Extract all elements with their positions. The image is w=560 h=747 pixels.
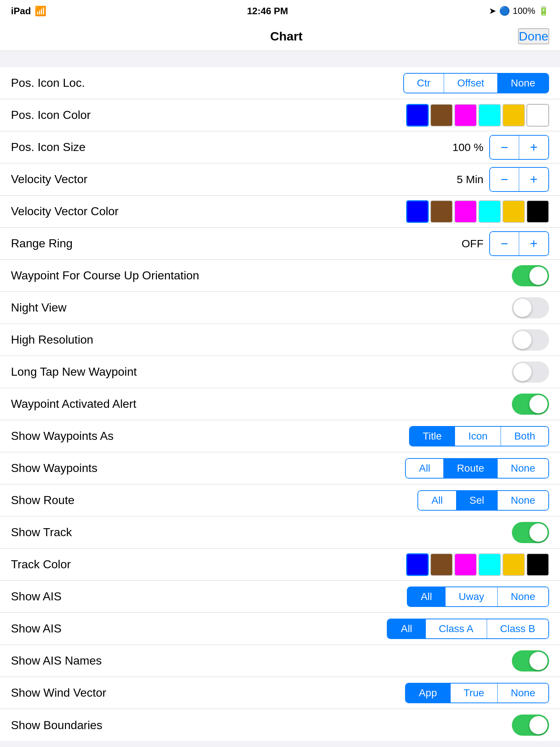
seg-btn-pos-icon-loc-1[interactable]: Offset [444, 74, 498, 93]
section-gap [0, 51, 560, 67]
swatch-track-color-0[interactable] [406, 553, 429, 576]
toggle-knob-show-boundaries [529, 716, 548, 734]
seg-btn-show-waypoints-as-0[interactable]: Title [410, 427, 455, 446]
label-waypoint-course-up: Waypoint For Course Up Orientation [11, 269, 199, 282]
stepper-controls-range-ring: −+ [489, 231, 549, 256]
seg-btn-show-ais-1-2[interactable]: None [498, 587, 548, 606]
seg-btn-show-ais-1-1[interactable]: Uway [446, 587, 498, 606]
stepper-value-range-ring: OFF [447, 237, 483, 250]
swatch-track-color-2[interactable] [454, 553, 477, 576]
toggle-knob-waypoint-alert [529, 395, 548, 413]
seg-btn-show-waypoints-as-2[interactable]: Both [501, 427, 548, 446]
label-show-boundaries: Show Boundaries [11, 719, 102, 732]
toggle-waypoint-course-up[interactable] [512, 265, 549, 286]
stepper-controls-velocity-vector: −+ [489, 167, 549, 192]
settings-row-show-ais-1: Show AISAllUwayNone [0, 581, 560, 613]
control-show-ais-1: AllUwayNone [407, 587, 549, 607]
swatch-velocity-vector-color-0[interactable] [406, 200, 429, 223]
swatch-pos-icon-color-5[interactable] [526, 104, 549, 127]
toggle-high-resolution[interactable] [512, 329, 549, 351]
label-waypoint-alert: Waypoint Activated Alert [11, 397, 136, 411]
status-left: iPad 📶 [11, 5, 46, 17]
swatch-pos-icon-color-3[interactable] [478, 104, 501, 127]
seg-btn-show-ais-2-0[interactable]: All [388, 619, 425, 638]
settings-row-show-wind-vector: Show Wind VectorAppTrueNone [0, 677, 560, 709]
seg-show-ais-2: AllClass AClass B [387, 619, 549, 639]
label-high-resolution: High Resolution [11, 333, 93, 347]
seg-btn-show-wind-vector-0[interactable]: App [406, 684, 451, 703]
swatches-velocity-vector-color [406, 200, 549, 223]
seg-pos-icon-loc: CtrOffsetNone [403, 73, 549, 93]
stepper-minus-pos-icon-size[interactable]: − [490, 136, 519, 159]
wifi-icon: 📶 [35, 5, 46, 17]
control-track-color [406, 553, 549, 576]
control-pos-icon-size: 100 %−+ [447, 135, 549, 160]
seg-btn-show-ais-2-2[interactable]: Class B [487, 619, 548, 638]
swatch-track-color-1[interactable] [430, 553, 453, 576]
label-pos-icon-color: Pos. Icon Color [11, 108, 91, 122]
stepper-plus-pos-icon-size[interactable]: + [519, 136, 548, 159]
swatch-velocity-vector-color-4[interactable] [502, 200, 525, 223]
toggle-show-ais-names[interactable] [512, 650, 549, 671]
seg-show-waypoints: AllRouteNone [405, 458, 549, 479]
settings-row-night-view: Night View [0, 292, 560, 324]
toggle-waypoint-alert[interactable] [512, 394, 549, 415]
swatch-track-color-3[interactable] [478, 553, 501, 576]
seg-show-wind-vector: AppTrueNone [405, 683, 549, 703]
settings-row-show-boundaries: Show Boundaries [0, 709, 560, 741]
toggle-show-track[interactable] [512, 522, 549, 543]
seg-btn-show-route-0[interactable]: All [418, 491, 456, 510]
control-range-ring: OFF−+ [447, 231, 549, 256]
stepper-controls-pos-icon-size: −+ [489, 135, 549, 160]
seg-btn-show-wind-vector-2[interactable]: None [498, 684, 548, 703]
swatch-track-color-4[interactable] [502, 553, 525, 576]
label-show-ais-2: Show AIS [11, 622, 62, 635]
swatch-velocity-vector-color-2[interactable] [454, 200, 477, 223]
seg-btn-pos-icon-loc-0[interactable]: Ctr [404, 74, 444, 93]
toggle-show-boundaries[interactable] [512, 715, 549, 736]
seg-btn-show-route-1[interactable]: Sel [456, 491, 498, 510]
location-icon: ➤ [489, 6, 496, 16]
swatch-pos-icon-color-0[interactable] [406, 104, 429, 127]
done-button[interactable]: Done [518, 28, 549, 44]
seg-btn-show-waypoints-2[interactable]: None [498, 459, 548, 478]
swatch-track-color-5[interactable] [526, 553, 549, 576]
control-waypoint-course-up [512, 265, 549, 286]
toggle-night-view[interactable] [512, 297, 549, 318]
toggle-knob-night-view [513, 299, 532, 317]
swatch-velocity-vector-color-3[interactable] [478, 200, 501, 223]
seg-btn-show-route-2[interactable]: None [498, 491, 548, 510]
stepper-plus-range-ring[interactable]: + [519, 232, 548, 255]
seg-btn-show-waypoints-as-1[interactable]: Icon [455, 427, 501, 446]
stepper-minus-velocity-vector[interactable]: − [490, 168, 519, 191]
seg-btn-show-ais-1-0[interactable]: All [408, 587, 446, 606]
control-show-ais-2: AllClass AClass B [387, 619, 549, 639]
label-range-ring: Range Ring [11, 237, 73, 250]
label-show-route: Show Route [11, 494, 74, 507]
toggle-long-tap-waypoint[interactable] [512, 361, 549, 383]
settings-row-pos-icon-color: Pos. Icon Color [0, 99, 560, 131]
nav-bar: Chart Done [0, 22, 560, 51]
seg-btn-show-waypoints-0[interactable]: All [406, 459, 444, 478]
status-time: 12:46 PM [247, 5, 288, 17]
label-show-wind-vector: Show Wind Vector [11, 686, 106, 700]
settings-row-high-resolution: High Resolution [0, 324, 560, 356]
stepper-plus-velocity-vector[interactable]: + [519, 168, 548, 191]
swatch-pos-icon-color-1[interactable] [430, 104, 453, 127]
seg-btn-show-wind-vector-1[interactable]: True [451, 684, 498, 703]
settings-row-velocity-vector-color: Velocity Vector Color [0, 196, 560, 228]
toggle-knob-long-tap-waypoint [513, 363, 532, 381]
swatch-pos-icon-color-2[interactable] [454, 104, 477, 127]
control-long-tap-waypoint [512, 361, 549, 383]
stepper-minus-range-ring[interactable]: − [490, 232, 519, 255]
swatch-velocity-vector-color-5[interactable] [526, 200, 549, 223]
seg-btn-show-ais-2-1[interactable]: Class A [426, 619, 487, 638]
settings-row-show-ais-2: Show AISAllClass AClass B [0, 613, 560, 645]
swatch-velocity-vector-color-1[interactable] [430, 200, 453, 223]
settings-row-show-track: Show Track [0, 516, 560, 549]
swatch-pos-icon-color-4[interactable] [502, 104, 525, 127]
label-long-tap-waypoint: Long Tap New Waypoint [11, 365, 137, 379]
seg-btn-show-waypoints-1[interactable]: Route [444, 459, 498, 478]
control-pos-icon-color [406, 104, 549, 127]
seg-btn-pos-icon-loc-2[interactable]: None [498, 74, 548, 93]
